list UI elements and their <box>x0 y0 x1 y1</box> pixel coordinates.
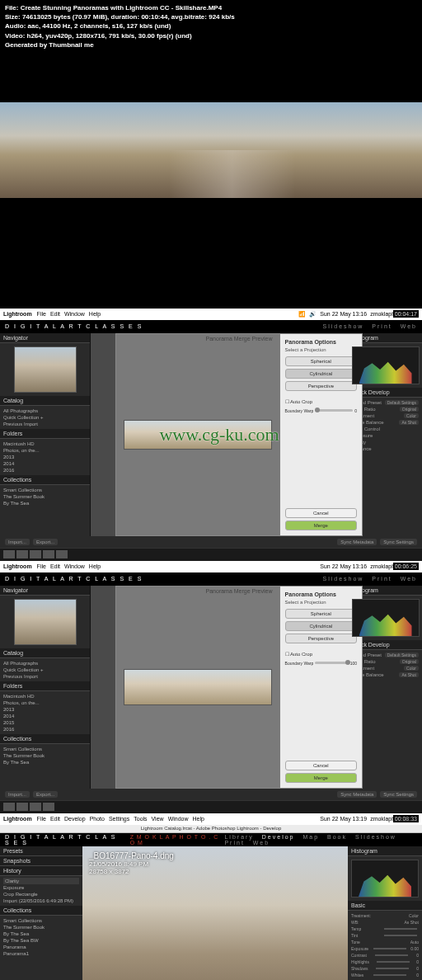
collections-head[interactable]: Collections <box>0 734 90 744</box>
coll-smart[interactable]: Smart Collections <box>3 487 87 493</box>
nav-print[interactable]: Print <box>372 576 392 582</box>
cat-prev[interactable]: Previous Import <box>3 421 87 427</box>
histogram[interactable] <box>352 599 420 637</box>
sys-date[interactable]: Sun 22 May 13:16 <box>320 311 367 317</box>
navigator-head[interactable]: Navigator <box>0 586 90 596</box>
snapshots-head[interactable]: Snapshots <box>0 856 82 866</box>
menu-help[interactable]: Help <box>89 311 101 317</box>
projection-cylindrical[interactable]: Cylindrical <box>285 621 357 631</box>
cat-quick[interactable]: Quick Collection + <box>3 667 87 673</box>
develop-canvas[interactable]: _BO16777-Pano-4.dng 21/05/2016 8:49 PM 2… <box>82 846 348 980</box>
menu-help[interactable]: Help <box>89 563 101 569</box>
menu-edit[interactable]: Edit <box>50 816 60 822</box>
filmstrip-thumb[interactable] <box>30 803 41 811</box>
nav-print[interactable]: Print <box>372 323 392 329</box>
collections-head[interactable]: Collections <box>0 475 90 485</box>
module-nav[interactable]: Library Develop Map Book Slideshow Print… <box>219 834 417 846</box>
history-head[interactable]: History <box>0 866 82 876</box>
collections-head[interactable]: Collections <box>0 906 82 916</box>
app-name[interactable]: Lightroom <box>3 311 32 317</box>
menu-view[interactable]: View <box>152 816 164 822</box>
cancel-button[interactable]: Cancel <box>285 508 357 518</box>
sync-meta-button[interactable]: Sync Metadata <box>337 791 377 798</box>
filmstrip-thumb[interactable] <box>43 550 54 558</box>
folders-head[interactable]: Folders <box>0 681 90 691</box>
menu-file[interactable]: File <box>37 311 46 317</box>
histogram[interactable] <box>351 860 419 898</box>
window-tab[interactable]: Lightroom Catalog.lrcat - Adobe Photosho… <box>0 825 422 833</box>
filmstrip-thumb[interactable] <box>16 550 28 558</box>
sync-meta-button[interactable]: Sync Metadata <box>337 539 377 545</box>
catalog-head[interactable]: Catalog <box>0 648 90 658</box>
macos-menubar[interactable]: Lightroom File Edit Develop Photo Settin… <box>0 813 422 825</box>
menu-help[interactable]: Help <box>193 816 204 822</box>
coll-sea[interactable]: By The Sea <box>3 759 87 766</box>
nav-web[interactable]: Web <box>253 840 270 846</box>
menu-tools[interactable]: Tools <box>134 816 147 822</box>
export-button[interactable]: Export... <box>33 791 58 798</box>
macos-menubar[interactable]: Lightroom File Edit Window Help 📶 🔊 Sun … <box>0 309 422 320</box>
nav-book[interactable]: Book <box>327 834 347 840</box>
nav-slideshow[interactable]: Slideshow <box>355 834 396 840</box>
filmstrip[interactable] <box>0 548 422 561</box>
histogram[interactable] <box>352 346 420 384</box>
merge-button[interactable]: Merge <box>285 521 357 530</box>
folder-root[interactable]: Macintosh HD <box>3 693 87 700</box>
autocrop-checkbox[interactable]: ☐ Auto Crop <box>285 398 357 404</box>
app-name[interactable]: Lightroom <box>3 816 32 822</box>
coll-sea-bw[interactable]: By The Sea BW <box>3 937 79 944</box>
navigator-thumbnail[interactable] <box>14 346 77 393</box>
projection-spherical[interactable]: Spherical <box>285 356 357 366</box>
basic-head[interactable]: Basic <box>348 901 422 911</box>
sync-set-button[interactable]: Sync Settings <box>380 791 417 798</box>
nav-print[interactable]: Print <box>224 840 244 846</box>
hist-crop[interactable]: Crop Rectangle <box>3 891 79 898</box>
folder-2014[interactable]: 2014 <box>3 460 87 467</box>
coll-sea[interactable]: By The Sea <box>3 931 79 937</box>
menu-file[interactable]: File <box>37 563 46 569</box>
catalog-head[interactable]: Catalog <box>0 396 90 406</box>
projection-cylindrical[interactable]: Cylindrical <box>285 369 357 379</box>
qd-crop[interactable]: Original <box>400 407 419 412</box>
nav-slideshow[interactable]: Slideshow <box>322 576 363 582</box>
coll-smart[interactable]: Smart Collections <box>3 917 79 924</box>
hist-clarity[interactable]: Clarity <box>3 878 79 884</box>
histogram-head[interactable]: Histogram <box>348 846 422 856</box>
menu-window[interactable]: Window <box>64 563 85 569</box>
nav-develop[interactable]: Develop <box>262 834 295 840</box>
wifi-icon[interactable]: 📶 <box>298 311 306 318</box>
navigator-thumbnail[interactable] <box>14 599 77 645</box>
projection-perspective[interactable]: Perspective <box>285 381 357 391</box>
filmstrip-thumb[interactable] <box>3 803 15 811</box>
nav-library[interactable]: Library <box>224 834 253 840</box>
boundary-slider[interactable] <box>315 409 353 412</box>
folder-photos[interactable]: Photos, on the... <box>3 447 87 454</box>
app-name[interactable]: Lightroom <box>3 563 32 569</box>
folder-2014[interactable]: 2014 <box>3 713 87 719</box>
projection-perspective[interactable]: Perspective <box>285 634 357 643</box>
sys-date[interactable]: Sun 22 May 13:16 <box>320 563 367 569</box>
nav-map[interactable]: Map <box>302 834 319 840</box>
menu-file[interactable]: File <box>37 816 46 822</box>
export-button[interactable]: Export... <box>33 539 58 545</box>
qd-wb[interactable]: As Shot <box>399 420 419 425</box>
coll-summer[interactable]: The Summer Book <box>3 752 87 759</box>
folder-2015[interactable]: 2015 <box>3 719 87 726</box>
folder-photos[interactable]: Photos, on the... <box>3 700 87 706</box>
nav-web[interactable]: Web <box>401 576 417 582</box>
menu-window[interactable]: Window <box>64 311 85 317</box>
module-nav[interactable]: Slideshow Print Web <box>317 576 417 582</box>
presets-head[interactable]: Presets <box>0 846 82 856</box>
cancel-button[interactable]: Cancel <box>285 761 357 770</box>
qd-preset[interactable]: Default Settings <box>385 400 419 405</box>
filmstrip-thumb[interactable] <box>30 550 41 558</box>
menu-photo[interactable]: Photo <box>90 816 105 822</box>
cat-quick[interactable]: Quick Collection + <box>3 414 87 421</box>
coll-pano1[interactable]: Panorama1 <box>3 950 79 957</box>
navigator-head[interactable]: Navigator <box>0 333 90 343</box>
menu-edit[interactable]: Edit <box>50 563 60 569</box>
cat-all[interactable]: All Photographs <box>3 408 87 414</box>
filmstrip-thumb[interactable] <box>56 550 68 558</box>
autocrop-checkbox[interactable]: ☐ Auto Crop <box>285 651 357 657</box>
hist-import[interactable]: Import (22/05/2016 6:49:28 PM) <box>3 898 79 904</box>
